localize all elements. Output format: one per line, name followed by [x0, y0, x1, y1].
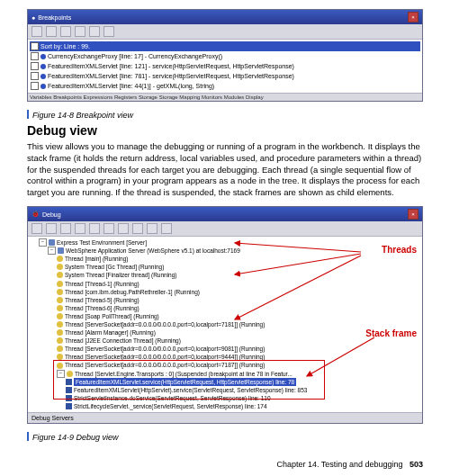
- thread-icon: [57, 289, 63, 295]
- figure-caption: Figure 14-8 Breakpoint view: [27, 105, 423, 121]
- stack-frame-node[interactable]: FeaturedItemXMLServlet.service(HttpServl…: [32, 378, 418, 386]
- sort-label: Sort by: Line : 99.: [40, 43, 90, 49]
- toolbar-button[interactable]: [75, 223, 86, 234]
- toolbar-button[interactable]: [118, 223, 129, 234]
- breakpoint-icon: [40, 74, 46, 79]
- node-text: Express Test Environment [Server]: [57, 238, 147, 247]
- thread-node[interactable]: System Thread [Gc Thread] (Running): [32, 263, 418, 271]
- frame-icon: [66, 387, 72, 393]
- node-text: Thread [ServerSocket[addr=0.0.0.0/0.0.0.…: [65, 345, 265, 353]
- thread-node[interactable]: Thread [ServerSocket[addr=0.0.0.0/0.0.0.…: [32, 361, 418, 369]
- thread-node[interactable]: Thread [J2EE Connection Thread] (Running…: [32, 337, 418, 345]
- toolbar-button[interactable]: [89, 223, 100, 234]
- thread-node[interactable]: Thread [main] (Running): [32, 255, 418, 263]
- toolbar-button[interactable]: [104, 223, 114, 234]
- thread-node[interactable]: Thread [Thread-1] (Running): [32, 280, 418, 288]
- toolbar-button[interactable]: [46, 26, 57, 37]
- node-text: FeaturedItemXMLServlet.service(HttpServl…: [74, 378, 296, 386]
- thread-icon: [57, 337, 63, 344]
- thread-icon: [57, 256, 63, 262]
- toolbar-button[interactable]: [132, 223, 143, 234]
- toolbar-button[interactable]: [60, 223, 71, 234]
- toolbar-button[interactable]: [89, 26, 100, 37]
- breakpoint-icon: [40, 84, 46, 89]
- breakpoint-icon: [40, 54, 46, 59]
- node-text: Thread [Servlet.Engine.Transports : 0] (…: [75, 370, 292, 378]
- breakpoint-text: FeaturedItemXMLServlet [line: 781] - ser…: [48, 73, 294, 79]
- thread-node[interactable]: Thread [ServerSocket[addr=0.0.0.0/0.0.0.…: [32, 353, 418, 361]
- node-text: StrictServletInstance.doService(ServletR…: [74, 394, 271, 402]
- thread-node[interactable]: Thread [com.ibm.debug.PathRethreller-1] …: [32, 288, 418, 296]
- toolbar-button[interactable]: [46, 223, 57, 234]
- server-node[interactable]: −Express Test Environment [Server]: [32, 238, 418, 247]
- toolbar-button[interactable]: [60, 26, 71, 37]
- stack-frame-node[interactable]: FeaturedItemXMLServlet(HttpServlet).serv…: [32, 386, 418, 394]
- checkbox-icon[interactable]: [31, 72, 39, 80]
- checkbox-icon[interactable]: [31, 52, 39, 60]
- node-text: Thread [main] (Running): [65, 255, 128, 263]
- toolbar-button[interactable]: [32, 223, 42, 234]
- breakpoint-row[interactable]: FeaturedItemXMLServlet [line: 44(1)] - g…: [30, 81, 420, 91]
- thread-node[interactable]: Thread [Soap PollThread] (Running): [32, 312, 418, 320]
- caption-bar-icon: [27, 432, 29, 441]
- stack-frame-node[interactable]: StrictLifecycleServlet._service(ServletR…: [32, 402, 418, 410]
- breakpoint-row[interactable]: FeaturedItemXMLServlet [line: 781] - ser…: [30, 71, 420, 81]
- thread-node[interactable]: Thread [ServerSocket[addr=0.0.0.0/0.0.0.…: [32, 345, 418, 353]
- node-text: Thread [Thread-5] (Running): [65, 296, 140, 304]
- thread-icon: [57, 305, 63, 311]
- checkbox-icon[interactable]: [31, 82, 39, 90]
- node-text: Thread [Thread-1] (Running): [65, 280, 140, 288]
- thread-icon: [57, 313, 63, 319]
- thread-node[interactable]: Thread [Thread-6] (Running): [32, 304, 418, 312]
- breakpoint-window: ● Breakpoints × Sort by: Line : 99. Curr…: [27, 9, 423, 102]
- breakpoint-content: Sort by: Line : 99. CurrencyExchangeProx…: [28, 40, 422, 93]
- toolbar-button[interactable]: [75, 26, 86, 37]
- process-node[interactable]: −WebSphere Application Server (WebSphere…: [32, 247, 418, 255]
- thread-icon: [57, 264, 63, 270]
- frame-icon: [66, 379, 72, 385]
- stack-frame-node[interactable]: StrictServletInstance.doService(ServletR…: [32, 394, 418, 402]
- collapse-icon[interactable]: −: [39, 238, 47, 247]
- node-text: FeaturedItemXMLServlet(HttpServlet).serv…: [74, 386, 307, 394]
- breakpoint-toolbar: [28, 24, 422, 40]
- toolbar-button[interactable]: [147, 223, 158, 234]
- thread-icon: [57, 363, 63, 369]
- toolbar-button[interactable]: [161, 223, 172, 234]
- thread-icon: [57, 281, 63, 287]
- toolbar-button[interactable]: [32, 26, 42, 37]
- thread-node[interactable]: Thread [ServerSocket[addr=0.0.0.0/0.0.0.…: [32, 320, 418, 328]
- breakpoint-titlebar: ● Breakpoints ×: [28, 10, 422, 24]
- thread-node[interactable]: Thread [Alarm Manager] (Running): [32, 328, 418, 337]
- process-icon: [58, 247, 64, 254]
- checkbox-icon[interactable]: [31, 42, 39, 50]
- node-text: System Thread [Finalizer thread] (Runnin…: [65, 271, 177, 279]
- breakpoint-text: CurrencyExchangeProxy [line: 17] - Curre…: [48, 53, 222, 59]
- breakpoint-text: FeaturedItemXMLServlet [line: 121] - ser…: [48, 63, 294, 69]
- checkbox-icon[interactable]: [31, 62, 39, 70]
- stack-frame-label: Stack frame: [365, 328, 417, 338]
- breakpoint-tabs[interactable]: Variables Breakpoints Expressions Regist…: [28, 93, 422, 101]
- window-title: Breakpoints: [38, 14, 71, 21]
- figure-caption: Figure 14-9 Debug view: [27, 427, 423, 444]
- chapter-text: Chapter 14. Testing and debugging: [277, 460, 403, 469]
- breakpoint-icon: [40, 64, 46, 69]
- thread-node-suspended[interactable]: −Thread [Servlet.Engine.Transports : 0] …: [32, 370, 418, 378]
- thread-icon: [57, 297, 63, 303]
- debug-window: 🐞 Debug × −Express Test Environment [Ser…: [27, 206, 423, 424]
- page-number: 503: [410, 460, 423, 469]
- close-icon[interactable]: ×: [408, 12, 418, 22]
- thread-icon: [57, 329, 63, 336]
- debug-footer-tabs[interactable]: Debug Servers: [28, 412, 422, 423]
- threads-label: Threads: [382, 245, 417, 255]
- page-footer: Chapter 14. Testing and debugging 503: [277, 460, 424, 469]
- sort-row[interactable]: Sort by: Line : 99.: [30, 41, 420, 51]
- collapse-icon[interactable]: −: [48, 247, 56, 255]
- thread-node[interactable]: Thread [Thread-5] (Running): [32, 296, 418, 304]
- toolbar-button[interactable]: [104, 26, 114, 37]
- thread-icon: [67, 371, 73, 377]
- thread-node[interactable]: System Thread [Finalizer thread] (Runnin…: [32, 271, 418, 279]
- breakpoint-row[interactable]: CurrencyExchangeProxy [line: 17] - Curre…: [30, 51, 420, 61]
- collapse-icon[interactable]: −: [57, 370, 65, 378]
- breakpoint-row[interactable]: FeaturedItemXMLServlet [line: 121] - ser…: [30, 61, 420, 71]
- close-icon[interactable]: ×: [408, 209, 418, 220]
